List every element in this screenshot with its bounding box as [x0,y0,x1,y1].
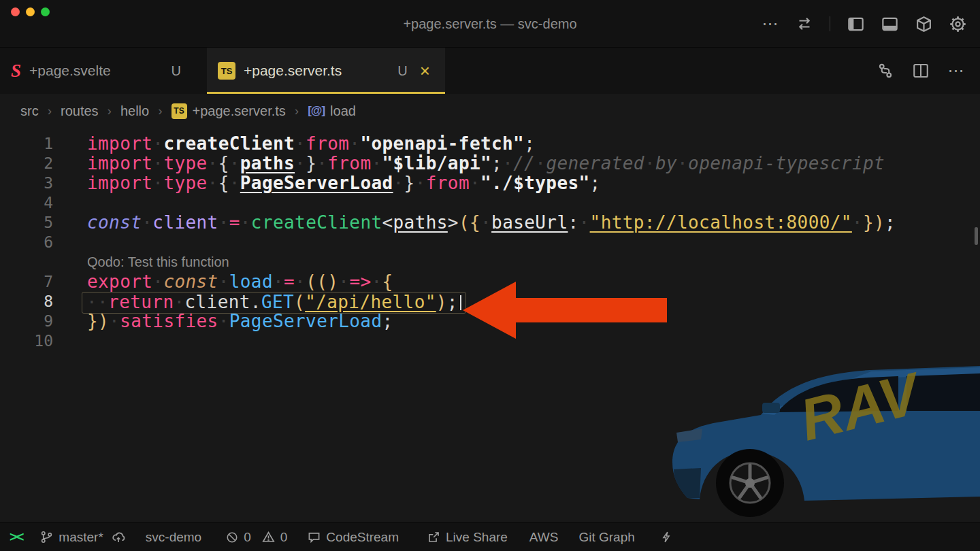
status-bar: >< master* svc-demo 0 0 C [0,522,980,551]
codelens-action[interactable]: Qodo: Test this function [87,252,229,272]
workspace-status[interactable]: svc-demo [146,530,201,545]
code-line[interactable]: 5const·client·=·createClient<paths>({·ba… [0,213,980,233]
lightning-status[interactable] [661,531,672,544]
cloud-upload-icon [112,531,125,544]
untracked-badge: U [172,63,181,79]
line-number[interactable]: 4 [0,193,53,213]
annotation-arrow-icon [455,275,670,343]
typescript-icon: TS [218,62,235,80]
tab-page-server-ts[interactable]: TS +page.server.ts U × [207,48,445,94]
breadcrumb-hello[interactable]: hello [120,103,149,119]
breadcrumb-src[interactable]: src [20,103,39,119]
swap-editors-icon[interactable] [796,15,813,33]
lightning-icon [661,531,672,544]
toggle-panel-icon[interactable] [881,15,898,33]
remote-indicator[interactable]: >< [10,529,22,545]
untracked-badge: U [397,63,407,79]
title-bar: +page.server.ts — svc-demo ⋯ [0,0,980,48]
tab-bar: S +page.svelte U TS +page.server.ts U × … [0,48,980,94]
scrollbar-thumb[interactable] [975,227,978,245]
git-graph-status[interactable]: Git Graph [578,530,634,545]
line-number[interactable]: 6 [0,233,53,252]
tab-label: +page.server.ts [244,63,342,79]
code-line[interactable]: 4 [0,193,980,213]
editor-more-actions-icon[interactable]: ⋯ [947,62,965,80]
open-changes-icon[interactable] [877,62,894,80]
git-branch-status[interactable]: master* [40,530,103,545]
gear-icon[interactable] [949,15,966,33]
breadcrumb-routes[interactable]: routes [61,103,99,119]
aws-status[interactable]: AWS [529,530,559,545]
vscode-window: RAV +page.server.ts — svc-demo ⋯ [0,0,980,551]
publish-changes-button[interactable] [112,531,125,544]
comment-icon [308,531,321,544]
tab-label: +page.svelte [29,63,111,79]
codestream-status[interactable]: CodeStream [308,530,399,545]
chevron-right-icon: › [108,103,112,118]
live-share-status[interactable]: Live Share [427,530,508,545]
warning-count[interactable]: 0 [262,530,288,545]
typescript-icon: TS [172,103,187,119]
code-line[interactable]: 6 [0,233,980,252]
breadcrumb-symbol-load[interactable]: [@] load [308,103,356,119]
line-number[interactable]: 1 [0,134,53,154]
line-number[interactable]: 3 [0,173,53,193]
toggle-sidebar-icon[interactable] [847,15,864,33]
svelte-icon: S [11,61,21,82]
code-line[interactable]: 3import·type·{·PageServerLoad·}·from·"./… [0,173,980,193]
error-icon [226,531,238,544]
warning-icon [262,531,275,544]
line-number[interactable]: 9 [0,312,53,331]
more-actions-icon[interactable]: ⋯ [762,15,779,33]
line-number[interactable]: 10 [0,331,53,351]
code-line[interactable]: 1import·createClient·from·"openapi-fetch… [0,134,980,154]
symbol-method-icon: [@] [308,104,325,118]
rav4-car-image: RAV [660,352,980,524]
chevron-right-icon: › [295,103,299,118]
line-number[interactable]: 2 [0,154,53,173]
titlebar-divider [830,16,830,31]
line-number[interactable]: 8 [0,292,53,312]
remote-icon: >< [10,529,22,545]
codelens-row[interactable]: Qodo: Test this function [0,252,980,272]
line-number[interactable]: 7 [0,272,53,292]
tab-page-svelte[interactable]: S +page.svelte U [0,48,196,94]
close-tab-icon[interactable]: × [420,62,430,80]
line-number[interactable]: 5 [0,213,53,233]
extension-box-icon[interactable] [915,15,932,33]
chevron-right-icon: › [48,103,52,118]
breadcrumb-file[interactable]: TS +page.server.ts [172,103,286,119]
chevron-right-icon: › [158,103,162,118]
git-branch-icon [40,531,53,544]
share-icon [427,531,440,544]
breadcrumb: src › routes › hello › TS +page.server.t… [20,95,356,127]
error-count[interactable]: 0 [226,530,251,545]
split-editor-icon[interactable] [912,62,930,80]
code-line[interactable]: 2import·type·{·paths·}·from·"$lib/api";·… [0,154,980,173]
